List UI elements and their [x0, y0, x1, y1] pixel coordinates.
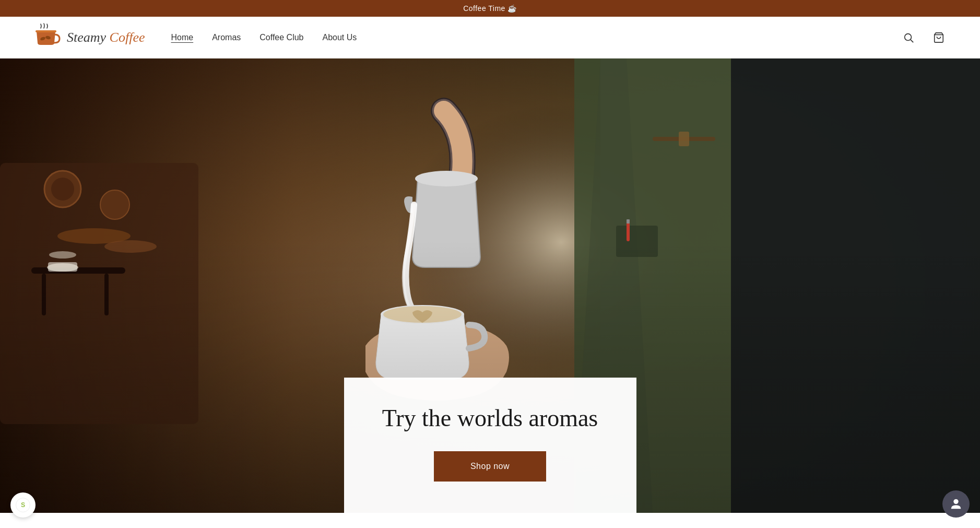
- nav-item-home[interactable]: Home: [171, 33, 193, 42]
- svg-rect-0: [36, 30, 56, 32]
- hero-content-box: Try the worlds aromas Shop now: [344, 378, 636, 513]
- main-nav: Home Aromas Coffee Club About Us: [171, 33, 357, 42]
- logo-text: Steamy Coffee: [67, 30, 145, 45]
- svg-line-4: [911, 40, 913, 42]
- nav-item-about-us[interactable]: About Us: [322, 33, 357, 42]
- logo-coffee: Coffee: [110, 30, 145, 45]
- svg-point-3: [905, 33, 912, 40]
- announcement-text: Coffee Time ☕: [463, 4, 517, 13]
- svg-point-35: [953, 499, 958, 504]
- cart-icon: [933, 32, 944, 43]
- hero-section: Try the worlds aromas Shop now: [0, 58, 980, 513]
- svg-text:S: S: [21, 501, 25, 509]
- shopify-icon: S: [16, 498, 30, 512]
- logo-icon: [31, 22, 63, 53]
- header-right: [899, 28, 949, 48]
- shop-now-button[interactable]: Shop now: [434, 451, 546, 482]
- profile-icon: [949, 497, 963, 511]
- logo-steamy: Steamy: [67, 30, 106, 45]
- search-icon: [903, 32, 914, 43]
- cart-button[interactable]: [929, 28, 949, 48]
- header: Steamy Coffee Home Aromas Coffee Club Ab…: [0, 17, 980, 58]
- nav-item-coffee-club[interactable]: Coffee Club: [259, 33, 303, 42]
- search-button[interactable]: [899, 28, 918, 48]
- nav-item-aromas[interactable]: Aromas: [212, 33, 241, 42]
- announcement-bar: Coffee Time ☕: [0, 0, 980, 17]
- logo-link[interactable]: Steamy Coffee: [31, 22, 145, 53]
- profile-badge[interactable]: [942, 490, 970, 513]
- header-left: Steamy Coffee Home Aromas Coffee Club Ab…: [31, 22, 357, 53]
- hero-title: Try the worlds aromas: [375, 404, 605, 432]
